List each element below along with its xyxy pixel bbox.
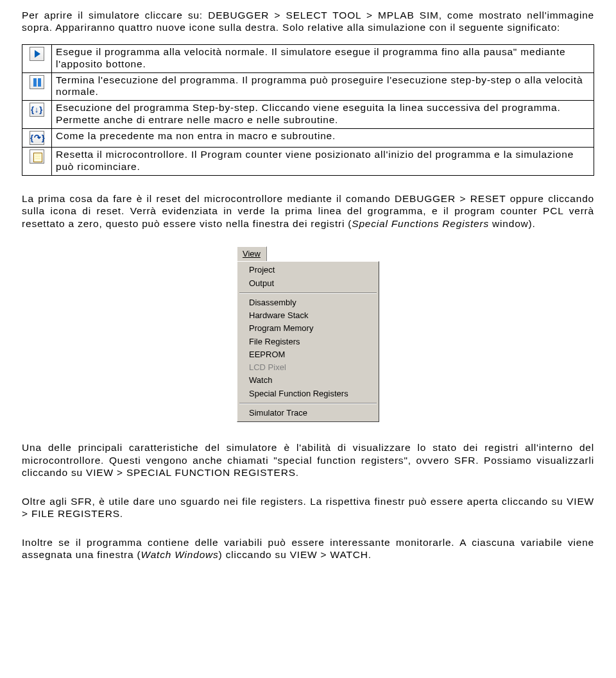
menu-item-program-memory[interactable]: Program Memory: [237, 322, 379, 335]
run-icon: [30, 47, 44, 61]
menu-item-eeprom[interactable]: EEPROM: [237, 348, 379, 361]
menu-item-hardware-stack[interactable]: Hardware Stack: [237, 309, 379, 322]
table-row: Termina l'esecuzione del programma. Il p…: [22, 72, 594, 101]
table-row: Resetta il microcontrollore. Il Program …: [22, 148, 594, 176]
text: window).: [489, 218, 536, 229]
icon-cell: [22, 72, 52, 101]
menu-item-sfr[interactable]: Special Function Registers: [237, 387, 379, 400]
menu-separator: [239, 292, 377, 294]
table-row: Esecuzione del programma Step-by-step. C…: [22, 101, 594, 129]
menu-item-output[interactable]: Output: [237, 277, 379, 290]
icon-cell: [22, 129, 52, 148]
menu-item-watch[interactable]: Watch: [237, 374, 379, 387]
watch-paragraph: Inoltre se il programma contiene delle v…: [22, 536, 594, 561]
icon-description: Termina l'esecuzione del programma. Il p…: [52, 72, 594, 101]
menu-separator: [239, 403, 377, 404]
intro-paragraph: Per aprire il simulatore cliccare su: DE…: [22, 9, 594, 34]
italic-text: Special Functions Registers: [352, 218, 489, 229]
step-into-icon: [30, 103, 44, 117]
menu-item-disassembly[interactable]: Disassembly: [237, 296, 379, 309]
view-menu-screenshot: View Project Output Disassembly Hardware…: [22, 246, 594, 422]
sfr-paragraph: Una delle principali caratteristiche del…: [22, 441, 594, 479]
icon-description: Esecuzione del programma Step-by-step. C…: [52, 101, 594, 129]
menu-item-lcd-pixel: LCD Pixel: [237, 361, 379, 374]
debugger-icons-table: Esegue il programma alla velocità normal…: [22, 44, 594, 176]
pause-icon: [30, 75, 44, 89]
step-over-icon: [30, 131, 44, 145]
reset-icon: [30, 149, 44, 164]
menu-item-project[interactable]: Project: [237, 264, 379, 276]
file-registers-paragraph: Oltre agli SFR, è utile dare uno sguardo…: [22, 495, 594, 520]
icon-description: Come la precedente ma non entra in macro…: [52, 129, 594, 148]
icon-cell: [22, 148, 52, 176]
text: ) cliccando su VIEW > WATCH.: [219, 549, 372, 560]
table-row: Esegue il programma alla velocità normal…: [22, 44, 594, 72]
table-row: Come la precedente ma non entra in macro…: [22, 129, 594, 148]
icon-cell: [22, 44, 52, 72]
italic-text: Watch Windows: [141, 549, 219, 560]
menu-item-file-registers[interactable]: File Registers: [237, 335, 379, 348]
icon-cell: [22, 101, 52, 129]
menu-item-simulator-trace[interactable]: Simulator Trace: [237, 407, 379, 420]
reset-paragraph: La prima cosa da fare è il reset del mic…: [22, 192, 594, 230]
menu-dropdown: Project Output Disassembly Hardware Stac…: [237, 261, 379, 422]
menu-tab-view[interactable]: View: [237, 246, 267, 261]
icon-description: Resetta il microcontrollore. Il Program …: [52, 148, 594, 176]
icon-description: Esegue il programma alla velocità normal…: [52, 44, 594, 72]
